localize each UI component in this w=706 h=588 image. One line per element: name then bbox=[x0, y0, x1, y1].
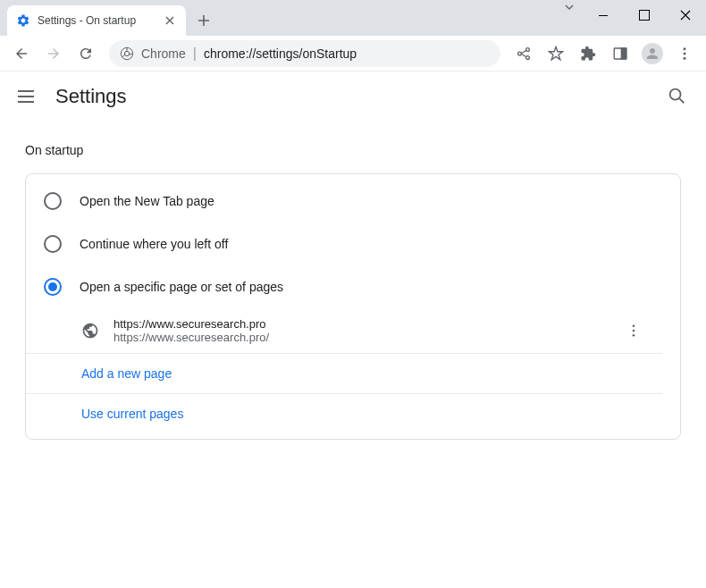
page-entry-title: https://www.securesearch.pro bbox=[113, 317, 609, 331]
radio-label: Open a specific page or set of pages bbox=[80, 280, 283, 294]
add-new-page-link[interactable]: Add a new page bbox=[26, 354, 662, 394]
browser-toolbar: Chrome | chrome://settings/onStartup bbox=[0, 36, 706, 71]
radio-icon bbox=[44, 235, 62, 253]
svg-point-4 bbox=[526, 55, 530, 59]
tab-strip: Settings - On startup bbox=[0, 0, 216, 36]
address-url: chrome://settings/onStartup bbox=[204, 46, 357, 61]
svg-point-10 bbox=[684, 56, 686, 59]
startup-page-entry: https://www.securesearch.pro https://www… bbox=[26, 308, 662, 354]
option-specific-pages[interactable]: Open a specific page or set of pages bbox=[26, 265, 680, 308]
option-new-tab-page[interactable]: Open the New Tab page bbox=[26, 180, 680, 223]
window-titlebar: Settings - On startup bbox=[0, 0, 706, 36]
radio-label: Continue where you left off bbox=[80, 237, 228, 251]
use-current-pages-link[interactable]: Use current pages bbox=[26, 394, 662, 433]
svg-line-12 bbox=[679, 98, 684, 103]
option-continue-where-left-off[interactable]: Continue where you left off bbox=[26, 223, 680, 265]
settings-content: On startup Open the New Tab page Continu… bbox=[0, 122, 706, 461]
forward-button[interactable] bbox=[39, 39, 68, 68]
browser-tab[interactable]: Settings - On startup bbox=[7, 5, 186, 36]
svg-point-9 bbox=[684, 52, 686, 55]
section-title: On startup bbox=[25, 143, 681, 157]
svg-point-8 bbox=[684, 47, 686, 50]
radio-label: Open the New Tab page bbox=[80, 194, 214, 208]
svg-point-3 bbox=[526, 47, 530, 51]
side-panel-icon[interactable] bbox=[606, 39, 635, 68]
globe-icon bbox=[81, 322, 99, 340]
new-tab-button[interactable] bbox=[191, 8, 216, 33]
startup-options-card: Open the New Tab page Continue where you… bbox=[25, 173, 681, 440]
chrome-menu-button[interactable] bbox=[670, 39, 699, 68]
svg-point-13 bbox=[633, 324, 635, 327]
search-settings-button[interactable] bbox=[667, 86, 688, 107]
svg-point-14 bbox=[633, 330, 635, 332]
radio-icon bbox=[44, 278, 62, 296]
svg-point-1 bbox=[124, 51, 129, 55]
extensions-icon[interactable] bbox=[574, 39, 602, 68]
settings-favicon bbox=[16, 13, 30, 28]
back-button[interactable] bbox=[7, 39, 36, 68]
svg-point-11 bbox=[670, 89, 681, 100]
svg-rect-7 bbox=[622, 48, 626, 59]
svg-point-2 bbox=[518, 52, 522, 55]
window-maximize-button[interactable] bbox=[624, 2, 665, 29]
address-bar[interactable]: Chrome | chrome://settings/onStartup bbox=[109, 40, 500, 67]
close-tab-icon[interactable] bbox=[163, 13, 177, 28]
profile-button[interactable] bbox=[638, 39, 667, 68]
window-minimize-button[interactable] bbox=[583, 2, 624, 29]
window-close-button[interactable] bbox=[665, 2, 706, 29]
window-controls bbox=[556, 0, 706, 36]
tab-title: Settings - On startup bbox=[38, 14, 155, 27]
settings-header: Settings bbox=[0, 71, 706, 122]
page-title: Settings bbox=[55, 85, 127, 108]
bookmark-icon[interactable] bbox=[542, 39, 570, 68]
reload-button[interactable] bbox=[71, 39, 100, 68]
page-info: https://www.securesearch.pro https://www… bbox=[113, 317, 609, 344]
address-divider: | bbox=[193, 46, 197, 62]
radio-icon bbox=[44, 192, 62, 210]
svg-point-15 bbox=[633, 334, 635, 337]
chrome-icon bbox=[120, 46, 134, 61]
address-prefix: Chrome bbox=[141, 46, 186, 61]
hamburger-menu-icon[interactable] bbox=[18, 86, 39, 107]
page-entry-url: https://www.securesearch.pro/ bbox=[113, 331, 609, 344]
page-entry-more-button[interactable] bbox=[623, 320, 644, 341]
chevron-down-icon[interactable] bbox=[556, 2, 583, 13]
avatar-icon bbox=[642, 43, 663, 64]
share-icon[interactable] bbox=[509, 39, 538, 68]
